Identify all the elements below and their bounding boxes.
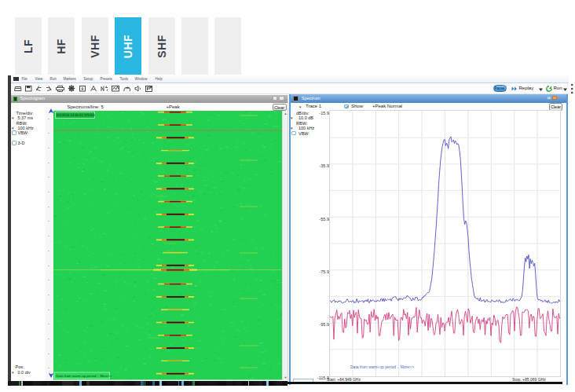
svg-text:Data from warm-up period .. Mo: Data from warm-up period .. More>> xyxy=(57,374,112,378)
svg-text:3/1/2016 14:30:41.375163: 3/1/2016 14:30:41.375163 xyxy=(57,113,96,117)
